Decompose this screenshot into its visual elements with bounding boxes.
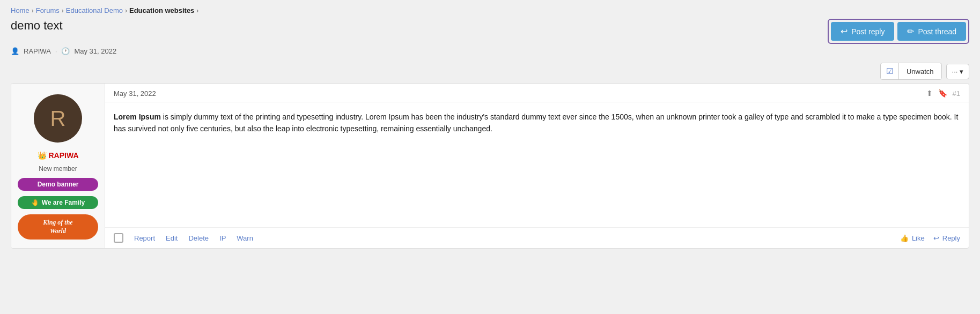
post-sidebar: R 👑 RAPIWA New member Demo banner 🤚 We a… [11, 84, 105, 248]
post-content: May 31, 2022 ⬆ 🔖 #1 Lorem Ipsum is simpl… [105, 84, 969, 248]
meta-date: May 31, 2022 [74, 47, 116, 55]
sidebar-username[interactable]: RAPIWA [49, 151, 79, 160]
breadcrumb-home[interactable]: Home [11, 6, 30, 14]
reply-icon: ↩ [841, 26, 848, 36]
header-section: Home › Forums › Educational Demo › Educa… [0, 0, 980, 59]
like-icon: 👍 [900, 234, 909, 242]
crown-icon: 👑 [38, 151, 47, 160]
breadcrumb-sep2: › [62, 7, 64, 14]
tag-king-of-world: King of the World [18, 214, 98, 240]
unwatch-group: ☑ Unwatch [880, 63, 942, 80]
more-options-button[interactable]: ··· ▾ [946, 64, 969, 79]
clock-icon: 🕐 [61, 47, 70, 55]
meta-row: 👤 RAPIWA · 🕐 May 31, 2022 [11, 47, 969, 55]
breadcrumb-sep4: › [196, 7, 198, 14]
post-date: May 31, 2022 [114, 89, 156, 98]
tag-demo-banner: Demo banner [18, 178, 98, 191]
ip-button[interactable]: IP [219, 234, 226, 242]
more-dots: ··· ▾ [952, 68, 963, 76]
header-buttons-group: ↩ Post reply ✏ Post thread [828, 19, 969, 44]
breadcrumb-forums[interactable]: Forums [36, 6, 60, 14]
delete-button[interactable]: Delete [188, 234, 209, 242]
page-title: demo text [11, 19, 63, 33]
warn-button[interactable]: Warn [237, 234, 253, 242]
like-label: Like [912, 234, 925, 242]
username-badge: 👑 RAPIWA [38, 151, 79, 160]
family-label: We are Family [42, 199, 85, 206]
post-thread-button[interactable]: ✏ Post thread [897, 22, 966, 41]
breadcrumb-sep1: › [32, 7, 34, 14]
meta-dot: · [55, 47, 57, 55]
like-button[interactable]: 👍 Like [900, 234, 925, 242]
post-card: R 👑 RAPIWA New member Demo banner 🤚 We a… [11, 83, 969, 249]
reply-icon-footer: ↩ [933, 234, 939, 242]
report-button[interactable]: Report [134, 234, 155, 242]
user-role: New member [39, 165, 77, 173]
edit-button[interactable]: Edit [166, 234, 178, 242]
family-hand-icon: 🤚 [31, 199, 39, 206]
title-row: demo text ↩ Post reply ✏ Post thread [11, 19, 969, 44]
post-area: R 👑 RAPIWA New member Demo banner 🤚 We a… [0, 83, 980, 259]
king-line2: World [50, 227, 66, 235]
post-thread-icon: ✏ [907, 26, 914, 36]
reply-button[interactable]: ↩ Reply [933, 234, 960, 242]
post-footer: Report Edit Delete IP Warn 👍 Like ↩ [105, 227, 969, 248]
meta-username: RAPIWA [24, 47, 51, 55]
king-line1: King of the [43, 219, 72, 226]
user-icon: 👤 [11, 47, 19, 55]
post-footer-left: Report Edit Delete IP Warn [114, 233, 253, 243]
post-actions-top: ⬆ 🔖 #1 [926, 89, 960, 98]
avatar: R [34, 94, 82, 143]
reply-label: Reply [942, 234, 960, 242]
post-body: Lorem Ipsum is simply dummy text of the … [105, 102, 969, 227]
post-footer-right: 👍 Like ↩ Reply [900, 234, 960, 242]
breadcrumb-sep3: › [125, 7, 127, 14]
watch-checkbox[interactable]: ☑ [881, 63, 899, 79]
unwatch-button[interactable]: Unwatch [899, 64, 941, 79]
avatar-initial: R [50, 107, 66, 131]
tag-we-are-family: 🤚 We are Family [18, 196, 98, 209]
post-reply-button[interactable]: ↩ Post reply [831, 22, 894, 41]
bookmark-icon[interactable]: 🔖 [938, 89, 947, 98]
post-header: May 31, 2022 ⬆ 🔖 #1 [105, 84, 969, 102]
breadcrumb-educational-demo[interactable]: Educational Demo [66, 6, 123, 14]
post-number: #1 [953, 89, 960, 98]
page-wrapper: Home › Forums › Educational Demo › Educa… [0, 0, 980, 314]
post-reply-label: Post reply [851, 27, 885, 36]
post-text: Lorem Ipsum is simply dummy text of the … [114, 111, 960, 135]
share-icon[interactable]: ⬆ [926, 89, 933, 98]
breadcrumb: Home › Forums › Educational Demo › Educa… [11, 6, 969, 14]
post-thread-label: Post thread [918, 27, 956, 36]
breadcrumb-current: Education websites [129, 6, 194, 14]
controls-row: ☑ Unwatch ··· ▾ [0, 59, 980, 83]
post-select-checkbox[interactable] [114, 233, 123, 243]
